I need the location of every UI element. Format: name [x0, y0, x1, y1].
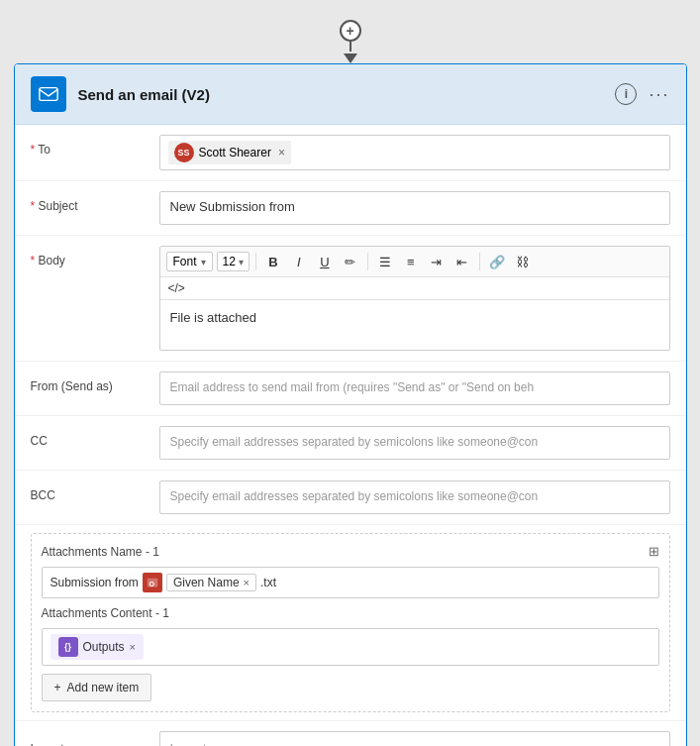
submission-from-text: Submission from	[50, 576, 139, 589]
from-label: From (Send as)	[31, 372, 159, 393]
add-item-label: Add new item	[67, 681, 140, 694]
office-icon: O	[143, 573, 162, 592]
cc-input[interactable]: Specify email addresses separated by sem…	[159, 426, 670, 460]
add-plus-icon: +	[54, 681, 61, 694]
unlink-button[interactable]: ⛓	[512, 251, 534, 272]
html-mode-button[interactable]: </>	[160, 277, 669, 300]
bcc-input[interactable]: Specify email addresses separated by sem…	[159, 480, 670, 514]
svg-text:O: O	[149, 581, 154, 587]
cc-placeholder: Specify email addresses separated by sem…	[170, 435, 539, 449]
outputs-icon: {}	[58, 637, 78, 657]
from-field-content: Email address to send mail from (require…	[159, 372, 670, 405]
html-tag-icon: </>	[168, 281, 185, 295]
svg-rect-0	[39, 88, 56, 101]
size-dropdown-arrow: ▾	[239, 257, 244, 267]
connector-arrow	[344, 53, 357, 63]
italic-button[interactable]: I	[288, 251, 310, 272]
editor-text: File is attached	[170, 310, 256, 325]
body-label: Body	[31, 246, 159, 267]
bcc-placeholder: Specify email addresses separated by sem…	[170, 489, 539, 503]
attachments-section: Attachments Name - 1 ⊞ Submission from O…	[31, 533, 670, 712]
copy-icon[interactable]: ⊞	[649, 544, 659, 559]
connector-line	[350, 42, 351, 52]
attachments-content-title: Attachments Content - 1	[42, 606, 169, 620]
from-input[interactable]: Email address to send mail from (require…	[159, 372, 670, 405]
subject-label: Subject	[31, 191, 159, 213]
toolbar-separator-2	[367, 253, 368, 270]
ordered-list-button[interactable]: ≡	[400, 251, 422, 272]
given-name-close[interactable]: ×	[244, 577, 250, 588]
toolbar-separator-1	[255, 253, 256, 270]
subject-field-row: Subject New Submission from	[15, 181, 686, 236]
rich-toolbar: Font ▾ 12 ▾ B I U ✏	[160, 247, 669, 277]
bcc-field-content: Specify email addresses separated by sem…	[159, 480, 670, 514]
recipient-remove-button[interactable]: ×	[278, 146, 285, 160]
from-field-row: From (Send as) Email address to send mai…	[15, 362, 686, 416]
importance-placeholder: Importance	[170, 741, 235, 746]
size-label: 12	[223, 255, 236, 268]
outputs-text: Outputs	[83, 640, 125, 654]
email-app-icon	[31, 76, 66, 112]
pencil-button[interactable]: ✏	[340, 251, 361, 272]
to-field-box[interactable]: SS Scott Shearer ×	[159, 135, 670, 170]
connector-top: +	[340, 20, 361, 63]
font-label: Font	[173, 255, 197, 268]
subject-field-content: New Submission from	[159, 191, 670, 225]
add-connector-icon[interactable]: +	[340, 20, 361, 42]
subject-value: New Submission from	[170, 199, 295, 214]
font-dropdown-arrow: ▾	[201, 257, 206, 267]
given-name-token[interactable]: Given Name ×	[166, 574, 256, 591]
recipient-name: Scott Shearer	[199, 146, 271, 160]
importance-row: Importance Importance ⌄	[15, 720, 686, 746]
attachments-name-row[interactable]: Submission from O Given Name × .txt	[42, 567, 659, 598]
info-button[interactable]: i	[615, 83, 637, 105]
body-field-content: Font ▾ 12 ▾ B I U ✏	[159, 246, 670, 351]
to-field-content: SS Scott Shearer ×	[159, 135, 670, 170]
header-actions: i ···	[615, 83, 669, 105]
importance-chevron-icon: ⌄	[647, 739, 659, 746]
bcc-field-row: BCC Specify email addresses separated by…	[15, 471, 686, 525]
recipient-avatar: SS	[174, 143, 194, 162]
outdent-button[interactable]: ⇤	[451, 251, 473, 272]
importance-dropdown[interactable]: Importance ⌄	[159, 731, 670, 746]
email-card: Send an email (V2) i ··· To SS Scott She…	[14, 63, 687, 746]
outputs-token[interactable]: {} Outputs ×	[50, 634, 144, 660]
bcc-label: BCC	[31, 480, 159, 502]
from-placeholder: Email address to send mail from (require…	[170, 380, 535, 394]
file-suffix-text: .txt	[260, 576, 276, 589]
editor-content[interactable]: File is attached	[160, 300, 669, 350]
cc-field-content: Specify email addresses separated by sem…	[159, 426, 670, 460]
cc-field-row: CC Specify email addresses separated by …	[15, 416, 686, 471]
size-selector[interactable]: 12 ▾	[217, 252, 250, 271]
rich-editor: Font ▾ 12 ▾ B I U ✏	[159, 246, 670, 351]
importance-label: Importance	[31, 742, 159, 747]
attachments-name-title: Attachments Name - 1	[42, 545, 159, 559]
recipient-chip: SS Scott Shearer ×	[168, 141, 291, 164]
given-name-text: Given Name	[173, 576, 240, 589]
cc-label: CC	[31, 426, 159, 448]
toolbar-separator-3	[479, 253, 480, 270]
card-body: To SS Scott Shearer × Subject	[15, 125, 686, 746]
to-field-row: To SS Scott Shearer ×	[15, 125, 686, 181]
card-header: Send an email (V2) i ···	[15, 64, 686, 125]
body-field-row: Body Font ▾ 12 ▾	[15, 236, 686, 362]
attachments-content-row[interactable]: {} Outputs ×	[42, 628, 659, 666]
attachments-content-header: Attachments Content - 1	[42, 606, 659, 620]
to-label: To	[31, 135, 159, 157]
outputs-close[interactable]: ×	[130, 641, 136, 653]
card-title: Send an email (V2)	[78, 86, 616, 103]
indent-button[interactable]: ⇥	[426, 251, 448, 272]
underline-button[interactable]: U	[314, 251, 336, 272]
font-selector[interactable]: Font ▾	[166, 252, 213, 271]
attachments-name-header: Attachments Name - 1 ⊞	[42, 544, 659, 559]
add-new-item-button[interactable]: + Add new item	[42, 674, 152, 701]
bold-button[interactable]: B	[262, 251, 284, 272]
subject-input[interactable]: New Submission from	[159, 191, 670, 225]
link-button[interactable]: 🔗	[486, 251, 508, 272]
unordered-list-button[interactable]: ☰	[374, 251, 396, 272]
more-options-button[interactable]: ···	[649, 84, 669, 105]
